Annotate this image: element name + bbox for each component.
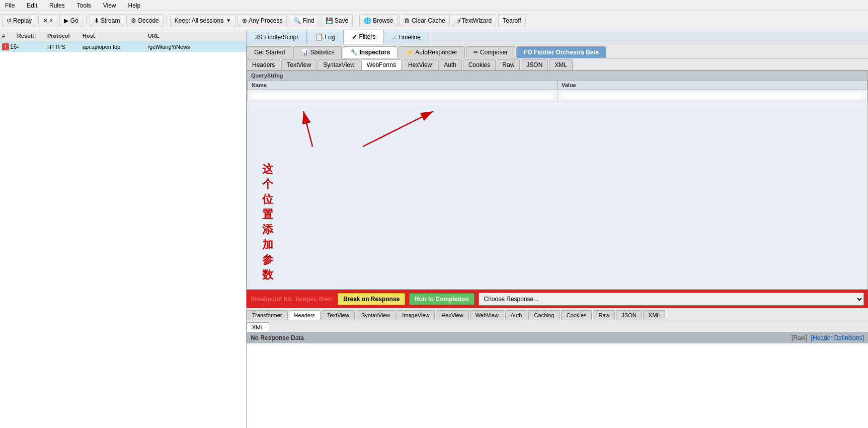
tab-syntaxview[interactable]: SyntaxView bbox=[318, 59, 360, 70]
menu-rules[interactable]: Rules bbox=[46, 1, 68, 10]
stream-button[interactable]: ⬇ Stream bbox=[90, 14, 125, 27]
replay-icon: ↺ bbox=[7, 17, 12, 24]
tab-inspectors[interactable]: 🔧 Inspectors bbox=[343, 46, 398, 58]
top-tabs-bar: JS FiddlerScript 📋 Log ✔ Filters ≡ Timel… bbox=[247, 30, 868, 44]
session-result: - bbox=[17, 44, 47, 50]
main-layout: # Result Protocol Host URL ! 16 - HTTPS … bbox=[0, 30, 868, 428]
tab-statistics[interactable]: 📊 Statistics bbox=[293, 46, 342, 58]
request-section: Headers TextView SyntaxView WebForms Hex… bbox=[247, 58, 868, 290]
tab-resp-xml[interactable]: XML bbox=[643, 310, 666, 320]
tab-timeline[interactable]: ≡ Timeline bbox=[384, 30, 429, 44]
tab-resp-headers[interactable]: Headers bbox=[289, 310, 321, 320]
tab-get-started[interactable]: Get Started bbox=[247, 46, 292, 58]
tab-caching[interactable]: Caching bbox=[528, 310, 560, 320]
value-input[interactable] bbox=[562, 93, 863, 99]
x-button[interactable]: ✕ × bbox=[38, 14, 57, 27]
raw-link[interactable]: [Raw] bbox=[792, 334, 807, 341]
choose-response-select[interactable]: Choose Response... bbox=[479, 293, 864, 306]
tab-textview[interactable]: TextView bbox=[281, 59, 317, 70]
right-panel: JS FiddlerScript 📋 Log ✔ Filters ≡ Timel… bbox=[247, 30, 868, 428]
breakpoint-bar: Breakpoint hit. Tamper, then: Break on R… bbox=[247, 290, 868, 308]
menu-file[interactable]: File bbox=[2, 1, 18, 10]
save-icon: 💾 bbox=[326, 17, 333, 24]
xml-tab-row: XML bbox=[247, 320, 868, 332]
tab-auth[interactable]: Auth bbox=[438, 59, 462, 70]
break-on-response-button[interactable]: Break on Response bbox=[338, 293, 405, 305]
keep-dropdown-icon: ▼ bbox=[226, 18, 231, 23]
tab-xml-row[interactable]: XML bbox=[247, 322, 269, 332]
col-num: # bbox=[2, 33, 17, 39]
menu-help[interactable]: Help bbox=[125, 1, 144, 10]
webforms-content: QueryString Name Value bbox=[247, 70, 868, 290]
run-to-completion-button[interactable]: Run to Completion bbox=[409, 293, 474, 305]
composer-icon: ✏ bbox=[474, 49, 479, 56]
tab-fiddlerscript[interactable]: JS FiddlerScript bbox=[247, 30, 307, 44]
tab-resp-raw[interactable]: Raw bbox=[593, 310, 615, 320]
process-button[interactable]: ⊕ Any Process bbox=[238, 14, 287, 27]
querystring-star-row[interactable] bbox=[248, 90, 867, 101]
header-definitions-link[interactable]: [Header Definitions] bbox=[811, 334, 864, 341]
keep-sessions-button[interactable]: Keep: All sessions ▼ bbox=[170, 14, 235, 27]
tab-resp-hexview[interactable]: HexView bbox=[436, 310, 468, 320]
menu-view[interactable]: View bbox=[100, 1, 119, 10]
find-button[interactable]: 🔍 Find bbox=[289, 14, 319, 27]
col-protocol: Protocol bbox=[47, 33, 83, 39]
save-button[interactable]: 💾 Save bbox=[321, 14, 353, 27]
tab-filters[interactable]: ✔ Filters bbox=[344, 30, 384, 44]
session-icon: ! bbox=[2, 43, 9, 50]
tab-json[interactable]: JSON bbox=[521, 59, 548, 70]
col-value-header: Value bbox=[558, 81, 867, 90]
tab-transformer[interactable]: Transformer bbox=[247, 310, 288, 320]
sessions-panel: # Result Protocol Host URL ! 16 - HTTPS … bbox=[0, 30, 247, 428]
tab-xml[interactable]: XML bbox=[549, 59, 573, 70]
textwizard-button[interactable]: 𝒯 TextWizard bbox=[452, 14, 496, 27]
tab-cookies[interactable]: Cookies bbox=[463, 59, 496, 70]
tab-resp-textview[interactable]: TextView bbox=[322, 310, 355, 320]
tab-webview[interactable]: WebView bbox=[470, 310, 504, 320]
session-num-cell: ! 16 bbox=[2, 43, 17, 50]
clearcache-button[interactable]: 🗑 Clear Cache bbox=[400, 14, 450, 27]
svg-line-2 bbox=[303, 111, 312, 147]
tab-resp-syntaxview[interactable]: SyntaxView bbox=[356, 310, 396, 320]
tab-composer[interactable]: ✏ Composer bbox=[466, 46, 515, 58]
table-row[interactable]: ! 16 - HTTPS api.apiopen.top /getWangYiN… bbox=[0, 41, 246, 52]
session-url: /getWangYiNews bbox=[148, 44, 244, 50]
sessions-header: # Result Protocol Host URL bbox=[0, 30, 246, 41]
tearoff-button[interactable]: Tearoff bbox=[498, 14, 525, 27]
menu-tools[interactable]: Tools bbox=[74, 1, 94, 10]
no-response-bar: No Response Data [Raw] [Header Definitio… bbox=[247, 332, 868, 343]
menu-edit[interactable]: Edit bbox=[24, 1, 40, 10]
go-button[interactable]: ▶ Go bbox=[59, 14, 83, 27]
col-name-header: Name bbox=[248, 81, 558, 90]
sep1 bbox=[86, 15, 87, 26]
inspectors-icon: 🔧 bbox=[350, 49, 358, 56]
value-cell[interactable] bbox=[558, 90, 867, 101]
tab-webforms[interactable]: WebForms bbox=[361, 59, 402, 70]
querystring-header: QueryString bbox=[247, 71, 867, 80]
inspector-tabs-bar: Get Started 📊 Statistics 🔧 Inspectors ⚡ … bbox=[247, 44, 868, 58]
tab-headers[interactable]: Headers bbox=[247, 59, 280, 70]
tab-resp-cookies[interactable]: Cookies bbox=[561, 310, 592, 320]
decode-button[interactable]: ⚙ Decode bbox=[126, 14, 163, 27]
menubar: File Edit Rules Tools View Help bbox=[0, 0, 868, 11]
browse-icon: 🌐 bbox=[364, 17, 371, 24]
response-tabs-bar: Transformer Headers TextView SyntaxView … bbox=[247, 308, 868, 320]
tab-log[interactable]: 📋 Log bbox=[307, 30, 344, 44]
tab-autoresponder[interactable]: ⚡ AutoResponder bbox=[399, 46, 464, 58]
decode-icon: ⚙ bbox=[131, 17, 136, 24]
tab-fiddler-orchestra[interactable]: FO Fiddler Orchestra Beta bbox=[516, 46, 606, 58]
browse-button[interactable]: 🌐 Browse bbox=[359, 14, 398, 27]
js-icon: JS bbox=[255, 33, 262, 41]
tab-raw[interactable]: Raw bbox=[497, 59, 520, 70]
tab-hexview[interactable]: HexView bbox=[403, 59, 437, 70]
replay-button[interactable]: ↺ Replay bbox=[2, 14, 36, 27]
find-icon: 🔍 bbox=[293, 17, 301, 24]
filters-icon: ✔ bbox=[352, 33, 357, 41]
response-body bbox=[247, 343, 868, 428]
tab-resp-auth[interactable]: Auth bbox=[505, 310, 528, 320]
tab-imageview[interactable]: ImageView bbox=[397, 310, 435, 320]
tab-resp-json[interactable]: JSON bbox=[616, 310, 642, 320]
name-cell[interactable] bbox=[248, 90, 558, 101]
name-input[interactable] bbox=[252, 93, 553, 99]
textwizard-icon: 𝒯 bbox=[456, 17, 460, 24]
